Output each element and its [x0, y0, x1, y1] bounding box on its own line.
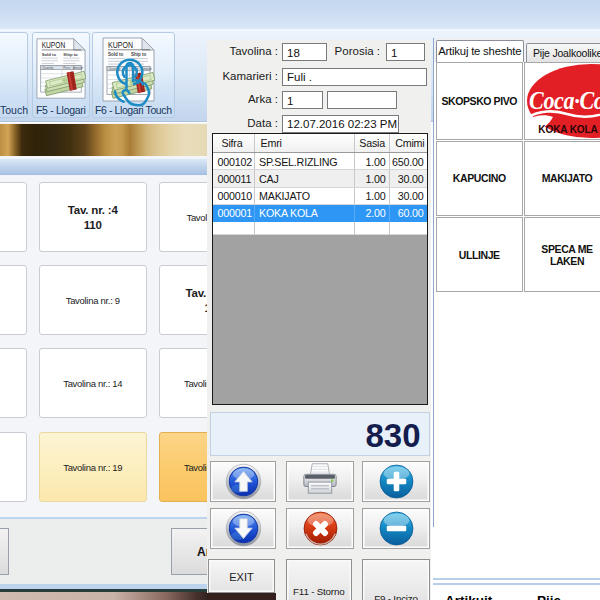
svg-text:Quantity: Quantity [42, 65, 54, 69]
svg-text:Ship to: Ship to [63, 51, 78, 56]
svg-text:Coca·Cola: Coca·Cola [529, 86, 600, 115]
svg-text:KUPON: KUPON [42, 40, 66, 50]
svg-text:Price: Price [63, 65, 70, 69]
svg-text:KUPON: KUPON [108, 40, 133, 50]
svg-text:Sold to: Sold to [42, 51, 57, 56]
svg-text:Amount: Amount [73, 65, 84, 69]
